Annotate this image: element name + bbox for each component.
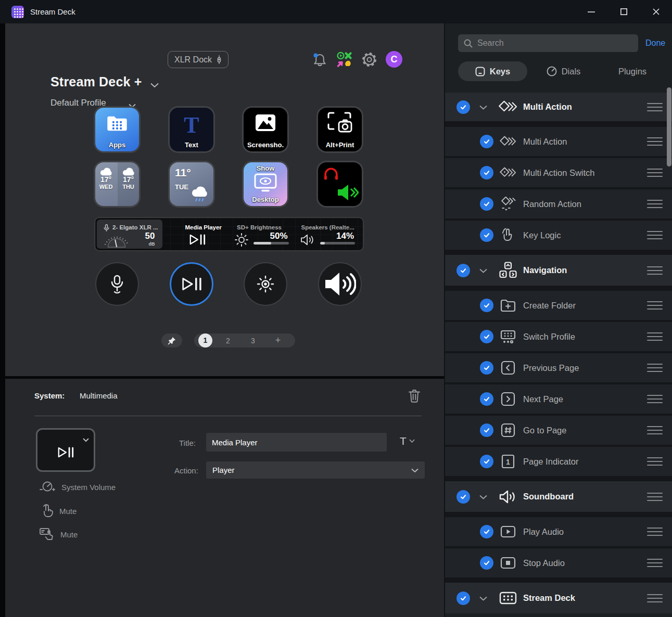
tab-plugins[interactable]: Plugins [601, 61, 664, 81]
checkbox-checked-icon[interactable] [480, 135, 493, 148]
drag-handle-icon[interactable] [647, 426, 663, 434]
group-multi-action[interactable]: Multi Action [445, 93, 672, 121]
profile-name[interactable]: Default Profile [50, 98, 106, 108]
minimize-button[interactable] [575, 0, 607, 23]
pin-page-button[interactable] [161, 333, 182, 348]
checkbox-checked-icon[interactable] [480, 361, 493, 375]
action-multi-action[interactable]: Multi Action [445, 127, 672, 156]
checkbox-checked-icon[interactable] [480, 166, 493, 179]
action-next-page[interactable]: Next Page [445, 384, 672, 414]
drag-handle-icon[interactable] [647, 528, 663, 536]
key-weather-two-day[interactable]: 17° WED 17° THU [95, 162, 139, 206]
key-screenshot[interactable]: Screensho. [244, 108, 287, 151]
tab-keys[interactable]: Keys [458, 61, 527, 81]
dial-brightness[interactable] [244, 262, 287, 306]
page-3-button[interactable]: 3 [240, 337, 265, 345]
collapse-chevron-icon[interactable] [479, 594, 487, 603]
checkbox-checked-icon[interactable] [457, 490, 470, 504]
key-altprint[interactable]: Alt+Print [318, 108, 362, 151]
drag-handle-icon[interactable] [647, 266, 663, 275]
drag-handle-icon[interactable] [647, 301, 663, 310]
key-show-desktop[interactable]: Show Desktop [244, 162, 287, 206]
dial-play-pause[interactable] [170, 262, 213, 306]
search-input[interactable] [477, 38, 638, 48]
action-list-item-system-volume[interactable]: System Volume [40, 481, 116, 493]
delete-action-button[interactable] [409, 389, 420, 405]
drag-handle-icon[interactable] [647, 231, 663, 239]
checkbox-checked-icon[interactable] [480, 392, 493, 406]
strip-segment-media[interactable]: Media Player [163, 220, 229, 249]
action-select[interactable]: Player [206, 461, 425, 479]
drag-handle-icon[interactable] [647, 559, 663, 567]
maximize-button[interactable] [607, 0, 640, 23]
drag-handle-icon[interactable] [647, 137, 663, 146]
page-2-button[interactable]: 2 [215, 337, 240, 345]
notifications-bell-icon[interactable] [312, 52, 327, 70]
collapse-chevron-icon[interactable] [479, 266, 487, 275]
key-audio-toggle[interactable] [318, 162, 362, 206]
done-link[interactable]: Done [645, 38, 665, 48]
checkbox-checked-icon[interactable] [480, 556, 493, 570]
checkbox-checked-icon[interactable] [457, 592, 470, 605]
search-box[interactable] [458, 34, 638, 52]
action-previous-page[interactable]: Previous Page [445, 353, 672, 382]
drag-handle-icon[interactable] [647, 594, 663, 602]
checkbox-checked-icon[interactable] [457, 264, 470, 277]
action-switch-profile[interactable]: Switch Profile [445, 322, 672, 351]
action-create-folder[interactable]: Create Folder [445, 291, 672, 320]
drag-handle-icon[interactable] [647, 364, 663, 372]
dial-mic[interactable] [95, 262, 139, 306]
marketplace-icon[interactable] [336, 52, 352, 70]
strip-segment-brightness[interactable]: SD+ Brightness 50% [230, 220, 295, 249]
drag-handle-icon[interactable] [647, 169, 663, 177]
drag-handle-icon[interactable] [647, 457, 663, 466]
action-key-logic[interactable]: Key Logic [445, 221, 672, 250]
checkbox-checked-icon[interactable] [480, 455, 493, 468]
touch-strip[interactable]: 2- Elgato XLR ... 50 dB Media Player S [95, 218, 363, 250]
drag-handle-icon[interactable] [647, 200, 663, 208]
action-stop-audio[interactable]: Stop Audio [445, 548, 672, 577]
drag-handle-icon[interactable] [647, 103, 663, 111]
key-preview[interactable] [36, 428, 95, 472]
settings-gear-icon[interactable] [361, 52, 377, 70]
group-soundboard[interactable]: Soundboard [445, 481, 672, 512]
action-list-item-mute-1[interactable]: Mute [42, 504, 77, 518]
xlr-dock-button[interactable]: XLR Dock [168, 51, 229, 68]
strip-segment-speakers[interactable]: Speakers (Realte... 14% [296, 220, 362, 249]
key-text[interactable]: T Text [170, 108, 213, 151]
checkbox-checked-icon[interactable] [480, 299, 493, 312]
checkbox-checked-icon[interactable] [480, 423, 493, 437]
dial-volume[interactable] [318, 262, 362, 306]
key-weather-today[interactable]: 11° TUE [170, 162, 213, 206]
collapse-chevron-icon[interactable] [479, 492, 487, 502]
action-multi-action-switch[interactable]: Multi Action Switch [445, 158, 672, 187]
add-page-button[interactable]: + [265, 335, 290, 346]
title-input[interactable] [206, 433, 387, 452]
action-play-audio[interactable]: Play Audio [445, 517, 672, 546]
drag-handle-icon[interactable] [647, 332, 663, 341]
preview-chevron-icon[interactable] [83, 435, 89, 444]
brightness-progress[interactable] [253, 242, 289, 245]
group-navigation[interactable]: Navigation [445, 255, 672, 286]
device-name[interactable]: Stream Deck + [50, 74, 142, 89]
sidebar-scrollbar[interactable] [667, 87, 671, 166]
action-random-action[interactable]: Random Action [445, 189, 672, 218]
collapse-chevron-icon[interactable] [479, 102, 487, 112]
device-chevron-icon[interactable] [150, 81, 159, 90]
action-page-indicator[interactable]: 1 Page Indicator [445, 447, 672, 476]
title-style-button[interactable]: T [400, 435, 415, 447]
strip-segment-xlr[interactable]: 2- Elgato XLR ... 50 dB [97, 220, 162, 249]
checkbox-checked-icon[interactable] [457, 100, 470, 114]
drag-handle-icon[interactable] [647, 493, 663, 501]
checkbox-checked-icon[interactable] [480, 330, 493, 343]
action-go-to-page[interactable]: Go to Page [445, 416, 672, 445]
group-stream-deck[interactable]: Stream Deck [445, 583, 672, 613]
action-list-item-mute-2[interactable]: Mute [40, 528, 78, 541]
tab-dials[interactable]: Dials [531, 61, 596, 81]
close-button[interactable] [640, 0, 672, 23]
checkbox-checked-icon[interactable] [480, 228, 493, 242]
account-avatar[interactable]: C [386, 51, 402, 68]
page-1-button[interactable]: 1 [198, 333, 212, 348]
volume-progress[interactable] [320, 242, 356, 245]
checkbox-checked-icon[interactable] [480, 197, 493, 211]
